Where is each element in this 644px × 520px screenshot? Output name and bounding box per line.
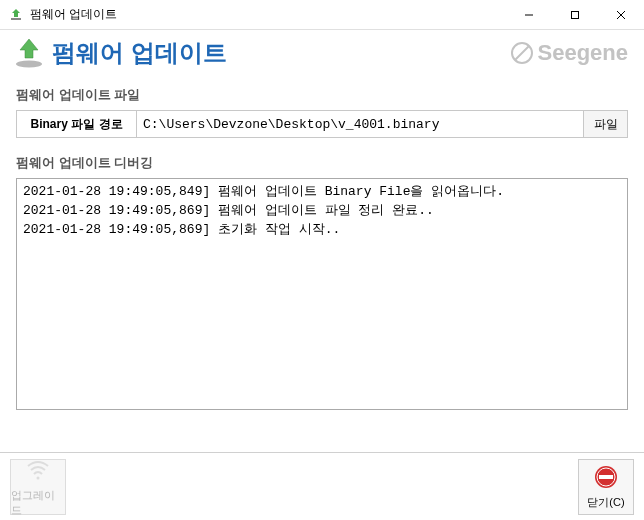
upgrade-button: 업그레이드 — [10, 459, 66, 515]
svg-point-8 — [37, 476, 40, 479]
svg-point-5 — [16, 61, 42, 68]
file-path-value: C:\Users\Devzone\Desktop\v_4001.binary — [137, 111, 583, 137]
window-close-button[interactable] — [598, 0, 644, 29]
header: 펌웨어 업데이트 Seegene — [0, 30, 644, 80]
titlebar: 펌웨어 업데이트 — [0, 0, 644, 30]
file-section-label: 펌웨어 업데이트 파일 — [16, 86, 628, 104]
svg-line-7 — [515, 46, 529, 60]
file-row: Binary 파일 경로 C:\Users\Devzone\Desktop\v_… — [16, 110, 628, 138]
upgrade-button-label: 업그레이드 — [11, 488, 65, 518]
svg-rect-2 — [572, 11, 579, 18]
footer: 업그레이드 닫기(C) — [0, 452, 644, 520]
window-controls — [506, 0, 644, 29]
close-button[interactable]: 닫기(C) — [578, 459, 634, 515]
debug-section-label: 펌웨어 업데이트 디버깅 — [16, 154, 628, 172]
wifi-icon — [24, 456, 52, 486]
brand-text: Seegene — [538, 40, 629, 66]
app-icon — [8, 7, 24, 23]
brand-logo: Seegene — [510, 40, 629, 66]
file-path-label: Binary 파일 경로 — [17, 111, 137, 137]
close-button-label: 닫기(C) — [587, 495, 624, 510]
maximize-button[interactable] — [552, 0, 598, 29]
minimize-button[interactable] — [506, 0, 552, 29]
page-title: 펌웨어 업데이트 — [52, 37, 510, 69]
debug-log[interactable]: 2021-01-28 19:49:05,849] 펌웨어 업데이트 Binary… — [16, 178, 628, 410]
firmware-update-icon — [12, 36, 46, 70]
svg-rect-11 — [599, 475, 613, 479]
brand-icon — [510, 41, 534, 65]
window-title: 펌웨어 업데이트 — [30, 6, 506, 23]
no-entry-icon — [592, 463, 620, 493]
svg-rect-0 — [11, 18, 21, 20]
browse-file-button[interactable]: 파일 — [583, 111, 627, 137]
